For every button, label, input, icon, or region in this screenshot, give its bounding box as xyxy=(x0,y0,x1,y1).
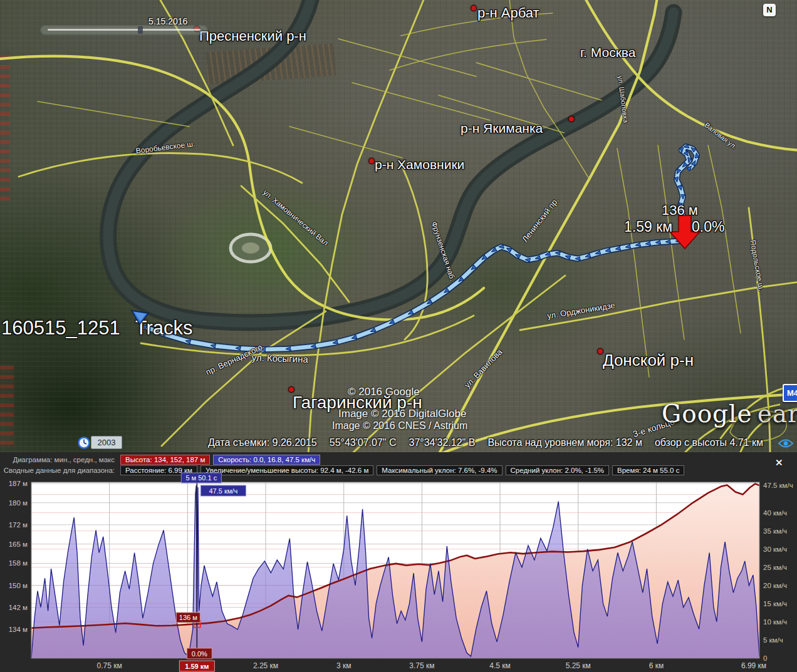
svg-text:187 м: 187 м xyxy=(9,480,28,487)
svg-text:158 м: 158 м xyxy=(9,559,28,567)
svg-text:2.25 км: 2.25 км xyxy=(253,661,278,670)
svg-text:165 м: 165 м xyxy=(9,540,28,548)
speed-stats-badge: Скорость: 0.0, 16.8, 47.5 км/ч xyxy=(213,455,320,465)
status-bar: Дата съемки: 9.26.2015 55°43'07.07" С 37… xyxy=(194,437,777,448)
svg-text:0.0%: 0.0% xyxy=(192,650,207,658)
track-name-label: 160515_1251 Tracks xyxy=(1,318,193,339)
clock-icon[interactable] xyxy=(78,437,90,449)
copyright-digitalglobe: Image © 2016 DigitalGlobe xyxy=(338,408,466,420)
google-earth-window: Пресненский р-нр-н Арбатг. Москвар-н Яки… xyxy=(0,0,797,672)
marker-distance-label: 1.59 км xyxy=(624,219,672,235)
svg-text:15 км/ч: 15 км/ч xyxy=(763,600,787,607)
svg-text:134 м: 134 м xyxy=(9,626,28,633)
svg-text:35 км/ч: 35 км/ч xyxy=(763,527,787,535)
place-dot xyxy=(288,386,294,393)
svg-text:47.5 км/ч: 47.5 км/ч xyxy=(209,487,237,495)
street-label: Валовая ул. xyxy=(704,121,739,150)
svg-text:180 м: 180 м xyxy=(9,499,28,507)
svg-text:6 км: 6 км xyxy=(649,661,664,670)
svg-text:0.75 км: 0.75 км xyxy=(97,661,122,670)
place-dot xyxy=(568,116,575,122)
svg-text:3 км: 3 км xyxy=(336,661,352,670)
eye-icon xyxy=(778,438,794,449)
road-shield-m4: М4 xyxy=(783,384,797,402)
svg-text:47.5 км/ч: 47.5 км/ч xyxy=(763,482,793,489)
svg-text:136 м: 136 м xyxy=(179,614,197,621)
street-label: ул. Хамовнический Вал xyxy=(261,188,330,247)
district-label: р-н Арбат xyxy=(477,6,539,20)
svg-text:5 км/ч: 5 км/ч xyxy=(763,636,783,644)
district-label: р-н Хамовники xyxy=(375,158,464,172)
street-label: Фрунзенская наб. xyxy=(430,220,457,282)
street-label: Воробьевское ш. xyxy=(135,139,195,155)
height-stats-badge: Высота: 134, 152, 187 м xyxy=(120,455,210,465)
street-label: Ленинский пр. xyxy=(520,196,561,244)
logo-word-google: Google xyxy=(662,400,753,428)
district-label: р-н Якиманка xyxy=(461,121,543,135)
svg-text:30 км/ч: 30 км/ч xyxy=(763,545,787,553)
svg-text:1.59 км: 1.59 км xyxy=(185,663,209,670)
district-label: Пресненский р-н xyxy=(199,29,306,43)
svg-text:10 км/ч: 10 км/ч xyxy=(763,618,787,626)
historical-imagery-slider[interactable] xyxy=(40,25,208,35)
marker-elevation-label: 136 м xyxy=(662,202,698,219)
diagram-caption: Диаграмма: мин., средн., макс xyxy=(0,456,117,463)
slider-track[interactable] xyxy=(48,29,201,31)
svg-text:25 км/ч: 25 км/ч xyxy=(763,564,787,571)
longitude: 37°34'32.12" В xyxy=(409,437,476,448)
svg-text:3.75 км: 3.75 км xyxy=(409,661,434,670)
copyright-cnes: Image © 2016 CNES / Astrium xyxy=(332,420,467,432)
imagery-date-label: 5.15.2016 xyxy=(148,16,187,26)
svg-text:6.99 км: 6.99 км xyxy=(741,661,766,670)
street-label: ул. Шаболовка xyxy=(617,75,630,123)
svg-text:142 м: 142 м xyxy=(9,604,28,611)
svg-text:4.5 км: 4.5 км xyxy=(489,661,511,670)
latitude: 55°43'07.07" С xyxy=(330,437,397,448)
street-label: Подольское ш. xyxy=(748,239,766,292)
slider-handle[interactable] xyxy=(138,26,143,34)
svg-text:5 м 50.1 с: 5 м 50.1 с xyxy=(185,474,217,482)
elevation-profile-panel: Диаграмма: мин., средн., макс Высота: 13… xyxy=(0,452,797,672)
eye-altitude: обзор с высоты 4.71 км xyxy=(655,437,763,448)
logo-word-earth: earth xyxy=(758,400,797,428)
satellite-map-view[interactable]: Пресненский р-нр-н Арбатг. Москвар-н Яки… xyxy=(0,0,797,452)
place-dot xyxy=(368,158,375,164)
capture-date: Дата съемки: 9.26.2015 xyxy=(208,437,317,448)
close-panel-button[interactable]: ✕ xyxy=(775,457,783,468)
copyright-google: © 2016 Google xyxy=(348,386,420,398)
history-year-badge[interactable]: 2003 xyxy=(91,436,122,449)
street-label: ул. Орджоникидзе xyxy=(546,301,616,321)
svg-text:150 м: 150 м xyxy=(9,582,28,589)
marker-grade-label: 0.0% xyxy=(692,219,724,235)
north-compass-button[interactable]: N xyxy=(763,4,776,16)
svg-text:5.25 км: 5.25 км xyxy=(566,661,591,670)
district-label: г. Москва xyxy=(580,46,635,59)
map-label-layer: Пресненский р-нр-н Арбатг. Москвар-н Яки… xyxy=(0,0,797,452)
svg-text:172 м: 172 м xyxy=(9,521,28,529)
place-dot xyxy=(471,5,477,11)
track-pin-icon xyxy=(131,309,150,326)
google-earth-logo: Googleearth xyxy=(662,400,797,428)
svg-text:20 км/ч: 20 км/ч xyxy=(763,582,787,589)
district-label: Донской р-н xyxy=(603,352,694,369)
street-label: ул. Вавилова xyxy=(462,347,504,390)
street-label: ул. Косыгина xyxy=(251,352,308,364)
altitude: Высота над уровнем моря: 132 м xyxy=(487,437,642,448)
place-dot xyxy=(597,348,603,354)
svg-text:40 км/ч: 40 км/ч xyxy=(763,509,787,517)
elevation-speed-chart[interactable]: 187 м180 м172 м165 м158 м150 м142 м134 м… xyxy=(0,471,797,672)
